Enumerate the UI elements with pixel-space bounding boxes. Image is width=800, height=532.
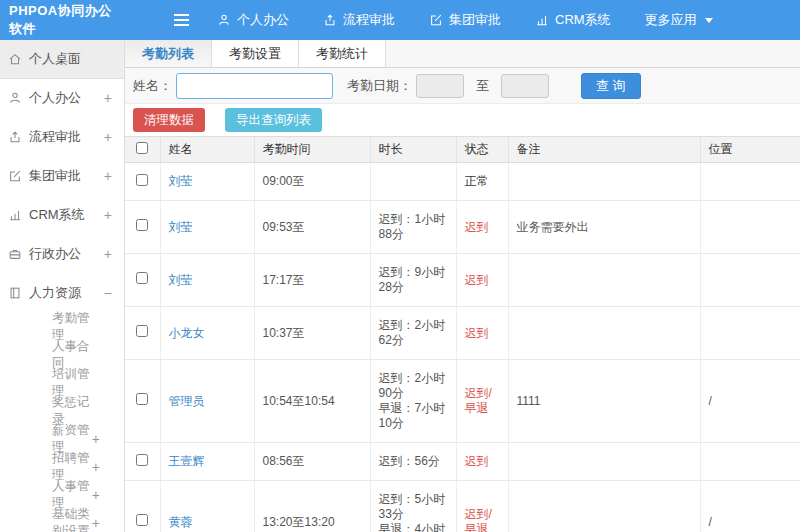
note-cell: 1111 — [508, 360, 700, 443]
tab-stats[interactable]: 考勤统计 — [299, 40, 386, 67]
sidebar-subitem-personnel[interactable]: 人事管理+ — [0, 481, 124, 509]
sidebar-subitem-attendance[interactable]: 考勤管理 — [0, 313, 124, 341]
row-checkbox[interactable] — [136, 514, 148, 526]
share-icon — [323, 13, 337, 27]
top-nav-label: 个人办公 — [237, 11, 289, 29]
employee-name-link[interactable]: 小龙女 — [169, 326, 205, 340]
table-row: 王壹辉08:56至迟到：56分迟到 — [125, 443, 800, 481]
toolbar: 清理数据 导出查询列表 — [125, 104, 800, 136]
employee-name-link[interactable]: 刘莹 — [169, 174, 193, 188]
select-all-checkbox[interactable] — [136, 142, 148, 154]
caret-down-icon — [705, 18, 713, 23]
note-cell — [508, 443, 700, 481]
book-icon — [8, 286, 22, 300]
search-button[interactable]: 查 询 — [581, 73, 641, 99]
menu-toggle-icon[interactable] — [173, 14, 191, 26]
sidebar-subitem-training[interactable]: 培训管理 — [0, 369, 124, 397]
row-checkbox[interactable] — [136, 454, 148, 466]
status-cell: 迟到 — [456, 443, 508, 481]
top-nav-item-user[interactable]: 个人办公 — [217, 11, 289, 29]
top-nav-item-chart[interactable]: CRM系统 — [535, 11, 611, 29]
table-row: 管理员10:54至10:54迟到：2小时90分 早退：7小时10分迟到/早退11… — [125, 360, 800, 443]
time-cell: 10:37至 — [254, 307, 370, 360]
sidebar-item-group[interactable]: 集团审批+ — [0, 157, 124, 196]
status-cell: 迟到/早退 — [456, 481, 508, 532]
employee-name-link[interactable]: 管理员 — [169, 394, 205, 408]
sidebar-submenu: 考勤管理人事合同培训管理奖惩记录薪资管理+招聘管理+人事管理+基础类别设置+ — [0, 313, 124, 532]
employee-name-link[interactable]: 刘莹 — [169, 220, 193, 234]
time-cell: 09:00至 — [254, 163, 370, 201]
note-cell — [508, 254, 700, 307]
employee-name-link[interactable]: 刘莹 — [169, 273, 193, 287]
date-from-input[interactable] — [416, 74, 464, 98]
checkbox-cell — [125, 201, 160, 254]
top-nav-label: 流程审批 — [343, 11, 395, 29]
duration-cell: 迟到：5小时33分 早退：4小时67分 — [370, 481, 456, 532]
sidebar-item-admin[interactable]: 行政办公+ — [0, 235, 124, 274]
sidebar-subitem-rewards[interactable]: 奖惩记录 — [0, 397, 124, 425]
name-cell: 管理员 — [160, 360, 254, 443]
expand-toggle-icon[interactable]: + — [92, 431, 100, 447]
top-nav-label: 集团审批 — [449, 11, 501, 29]
attendance-table: 姓名考勤时间时长状态备注位置 刘莹09:00至正常刘莹09:53至迟到：1小时8… — [125, 136, 800, 532]
location-cell: / — [700, 360, 800, 443]
row-checkbox[interactable] — [136, 219, 148, 231]
sidebar-item-crm[interactable]: CRM系统+ — [0, 196, 124, 235]
sidebar-subitem-salary[interactable]: 薪资管理+ — [0, 425, 124, 453]
expand-toggle-icon[interactable]: + — [104, 129, 112, 145]
sidebar-item-label: 人力资源 — [29, 284, 104, 302]
name-cell: 小龙女 — [160, 307, 254, 360]
chart-icon — [535, 13, 549, 27]
row-checkbox[interactable] — [136, 174, 148, 186]
app-window: PHPOA协同办公软件 个人办公流程审批集团审批CRM系统更多应用 个人桌面个人… — [0, 0, 800, 532]
duration-cell: 迟到：1小时88分 — [370, 201, 456, 254]
top-nav-item-apps[interactable]: 更多应用 — [645, 11, 713, 29]
checkbox-cell — [125, 254, 160, 307]
row-checkbox[interactable] — [136, 272, 148, 284]
expand-toggle-icon[interactable]: − — [104, 285, 112, 301]
sidebar-subitem-recruit[interactable]: 招聘管理+ — [0, 453, 124, 481]
employee-name-link[interactable]: 黄蓉 — [169, 515, 193, 529]
expand-toggle-icon[interactable]: + — [92, 487, 100, 503]
expand-toggle-icon[interactable]: + — [104, 207, 112, 223]
expand-toggle-icon[interactable]: + — [92, 515, 100, 531]
attendance-table-wrap: 姓名考勤时间时长状态备注位置 刘莹09:00至正常刘莹09:53至迟到：1小时8… — [125, 136, 800, 532]
location-cell: / — [700, 481, 800, 532]
table-row: 刘莹09:00至正常 — [125, 163, 800, 201]
sidebar-item-process[interactable]: 流程审批+ — [0, 118, 124, 157]
sidebar-item-personal[interactable]: 个人办公+ — [0, 79, 124, 118]
sidebar-item-label: 个人办公 — [29, 89, 104, 107]
tab-setup[interactable]: 考勤设置 — [212, 40, 299, 67]
expand-toggle-icon[interactable]: + — [104, 90, 112, 106]
top-nav: 个人办公流程审批集团审批CRM系统更多应用 — [217, 11, 713, 29]
name-filter-input[interactable] — [176, 73, 333, 99]
row-checkbox[interactable] — [136, 325, 148, 337]
table-header-row: 姓名考勤时间时长状态备注位置 — [125, 137, 800, 163]
edit-icon — [429, 13, 443, 27]
date-range-to-label: 至 — [476, 77, 489, 95]
sidebar: 个人桌面个人办公+流程审批+集团审批+CRM系统+行政办公+人力资源−考勤管理人… — [0, 40, 125, 532]
top-nav-item-edit[interactable]: 集团审批 — [429, 11, 501, 29]
status-cell: 迟到/早退 — [456, 360, 508, 443]
clean-data-button[interactable]: 清理数据 — [133, 108, 205, 132]
expand-toggle-icon[interactable]: + — [104, 168, 112, 184]
sidebar-item-desktop[interactable]: 个人桌面 — [0, 40, 124, 79]
export-list-button[interactable]: 导出查询列表 — [225, 108, 322, 132]
top-nav-item-share[interactable]: 流程审批 — [323, 11, 395, 29]
status-cell: 正常 — [456, 163, 508, 201]
expand-toggle-icon[interactable]: + — [92, 459, 100, 475]
checkbox-cell — [125, 443, 160, 481]
sidebar-subitem-basecat[interactable]: 基础类别设置+ — [0, 509, 124, 532]
sidebar-subitem-contract[interactable]: 人事合同 — [0, 341, 124, 369]
duration-cell — [370, 163, 456, 201]
briefcase-icon — [8, 247, 22, 261]
employee-name-link[interactable]: 王壹辉 — [169, 454, 205, 468]
tab-list[interactable]: 考勤列表 — [125, 40, 212, 67]
top-nav-label: 更多应用 — [645, 11, 697, 29]
expand-toggle-icon[interactable]: + — [104, 246, 112, 262]
location-cell — [700, 163, 800, 201]
sidebar-item-hr[interactable]: 人力资源− — [0, 274, 124, 313]
date-to-input[interactable] — [501, 74, 549, 98]
time-cell: 09:53至 — [254, 201, 370, 254]
row-checkbox[interactable] — [136, 393, 148, 405]
